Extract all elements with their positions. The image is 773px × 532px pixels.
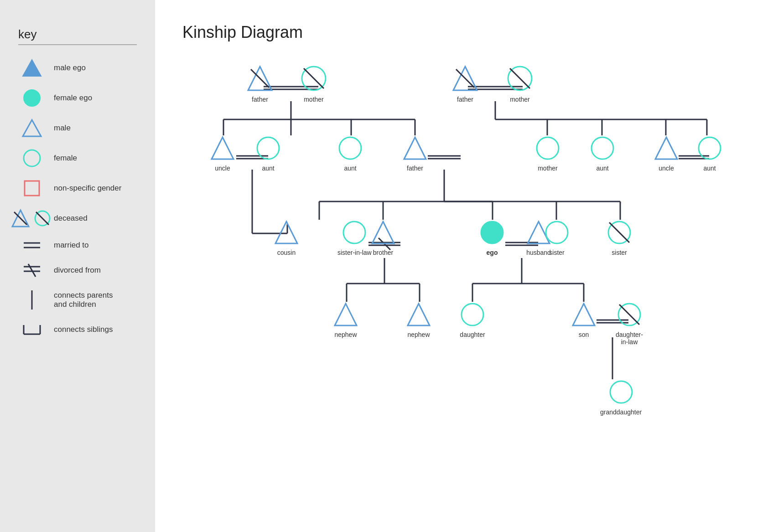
svg-marker-97: [573, 304, 595, 325]
key-parent-child: connects parentsand children: [18, 289, 137, 311]
svg-marker-2: [23, 120, 41, 136]
svg-point-89: [481, 222, 503, 243]
svg-line-93: [609, 222, 629, 243]
divorced-symbol: [18, 262, 46, 279]
svg-marker-95: [408, 304, 430, 325]
daughter-in-law-label: daughter-in-law: [616, 331, 643, 346]
svg-line-73: [304, 68, 324, 88]
svg-point-1: [24, 90, 40, 106]
male-ego-label: male ego: [54, 63, 86, 72]
married-symbol: [18, 238, 46, 252]
nephew2-label: nephew: [407, 331, 430, 338]
svg-point-100: [610, 381, 632, 403]
key-male-ego: male ego: [18, 58, 137, 78]
node-nephew1: nephew: [333, 302, 358, 338]
daughter-label: daughter: [460, 331, 485, 338]
key-female-ego: female ego: [18, 88, 137, 108]
key-female: female: [18, 148, 137, 168]
node-maternal-grandfather: father: [451, 65, 479, 103]
node-aunt-sibling-right: aunt: [590, 135, 615, 172]
aunt-uncle-right-wife-label: aunt: [703, 165, 716, 172]
node-maternal-grandmother: mother: [506, 65, 534, 103]
son-label: son: [579, 331, 589, 338]
svg-line-13: [28, 264, 36, 277]
uncle-right-label: uncle: [659, 165, 674, 172]
aunt-sibling-left-label: aunt: [344, 165, 356, 172]
male-symbol: [18, 118, 46, 138]
svg-marker-88: [372, 222, 394, 243]
ego-label: ego: [487, 249, 498, 256]
svg-point-80: [339, 137, 361, 159]
node-paternal-grandfather: father: [246, 65, 274, 103]
granddaughter-label: granddaughter: [600, 408, 642, 416]
svg-marker-81: [404, 137, 426, 159]
paternal-grandmother-label: mother: [304, 96, 324, 103]
node-ego-father: father: [402, 135, 428, 172]
brother-label: brother: [373, 249, 393, 256]
svg-line-77: [510, 68, 530, 88]
uncle-left-label: uncle: [215, 165, 230, 172]
svg-marker-78: [212, 137, 233, 159]
node-granddaughter: granddaughter: [600, 379, 642, 416]
deceased-label: deceased: [54, 214, 88, 223]
node-aunt-sibling-left: aunt: [337, 135, 363, 172]
female-symbol: [18, 148, 46, 168]
maternal-grandfather-label: father: [457, 96, 473, 103]
male-ego-symbol: [18, 58, 46, 78]
key-nonspecific: non-specific gender: [18, 178, 137, 198]
node-uncle-right: uncle: [654, 135, 679, 172]
node-ego-mother: mother: [535, 135, 560, 172]
sister-in-law-label: sister-in-law: [337, 249, 372, 256]
female-ego-label: female ego: [54, 93, 92, 103]
svg-point-87: [343, 222, 365, 243]
node-nephew2: nephew: [406, 302, 431, 338]
ego-father-label: father: [407, 165, 423, 172]
male-label: male: [54, 124, 71, 133]
nonspecific-symbol: [18, 178, 46, 198]
node-aunt-uncle-right-wife: aunt: [697, 135, 722, 172]
cousin-label: cousin: [277, 249, 296, 256]
sister1-label: sister: [549, 249, 564, 256]
svg-point-3: [24, 150, 40, 166]
svg-point-96: [462, 304, 483, 325]
deceased-symbol: [18, 208, 46, 228]
node-ego: ego: [479, 220, 505, 256]
nonspecific-label: non-specific gender: [54, 184, 121, 193]
svg-rect-4: [25, 181, 39, 196]
married-label: married to: [54, 241, 89, 250]
node-son: son: [571, 302, 597, 338]
node-cousin: cousin: [274, 220, 299, 256]
node-paternal-grandmother: mother: [300, 65, 327, 103]
sidebar-title: key: [18, 27, 137, 41]
main-content: Kinship Diagram: [155, 0, 773, 532]
svg-point-79: [257, 137, 279, 159]
female-label: female: [54, 154, 77, 163]
svg-point-91: [546, 222, 568, 243]
siblings-label: connects siblings: [54, 325, 113, 334]
node-daughter-in-law: daughter-in-law: [616, 302, 643, 346]
sidebar: key male ego female ego male: [0, 0, 155, 532]
node-aunt-uncle-wife: aunt: [255, 135, 281, 172]
key-married: married to: [18, 238, 137, 252]
key-male: male: [18, 118, 137, 138]
node-sister-in-law: sister-in-law: [337, 220, 372, 256]
aunt-uncle-wife-label: aunt: [262, 165, 274, 172]
ego-mother-label: mother: [538, 165, 558, 172]
key-siblings: connects siblings: [18, 321, 137, 338]
node-brother: brother: [370, 220, 396, 256]
node-uncle-left: uncle: [210, 135, 235, 172]
kinship-diagram: father mother father mother: [182, 60, 752, 493]
diagram-lines: [182, 60, 752, 493]
aunt-sibling-right-label: aunt: [596, 165, 608, 172]
node-sister1: sister: [544, 220, 570, 256]
key-divorced: divorced from: [18, 262, 137, 279]
maternal-grandmother-label: mother: [510, 96, 530, 103]
svg-line-99: [619, 305, 639, 325]
svg-point-82: [537, 137, 559, 159]
nephew1-label: nephew: [334, 331, 357, 338]
svg-marker-0: [23, 60, 41, 76]
siblings-symbol: [18, 321, 46, 338]
parent-child-label: connects parentsand children: [54, 291, 113, 309]
svg-marker-84: [655, 137, 677, 159]
female-ego-symbol: [18, 88, 46, 108]
